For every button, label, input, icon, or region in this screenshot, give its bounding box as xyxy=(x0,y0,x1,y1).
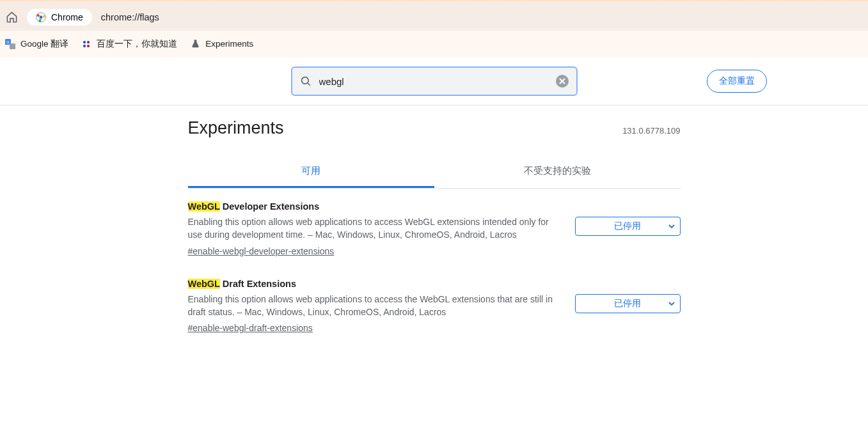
address-bar: Chrome chrome://flags xyxy=(0,3,868,31)
main: Experiments 131.0.6778.109 可用 不受支持的实验 We… xyxy=(188,105,681,334)
bookmark-experiments[interactable]: Experiments xyxy=(190,39,253,49)
svg-line-12 xyxy=(308,83,310,86)
tab-unavailable[interactable]: 不受支持的实验 xyxy=(434,156,681,188)
search-icon xyxy=(300,75,312,87)
baidu-icon xyxy=(81,39,91,49)
highlight: WebGL xyxy=(188,279,220,289)
svg-text:G: G xyxy=(6,40,10,44)
highlight: WebGL xyxy=(188,201,220,212)
flag-description: Enabling this option allows web applicat… xyxy=(188,293,556,319)
flag-description: Enabling this option allows web applicat… xyxy=(188,215,556,242)
dropdown-value: 已停用 xyxy=(614,298,641,309)
flag-dropdown[interactable]: 已停用 xyxy=(575,294,681,313)
flag-item: WebGL Developer Extensions Enabling this… xyxy=(188,189,681,257)
svg-point-7 xyxy=(83,41,86,43)
svg-point-11 xyxy=(301,77,308,84)
url-text[interactable]: chrome://flags xyxy=(101,12,159,22)
chevron-down-icon xyxy=(668,302,675,306)
chrome-label: Chrome xyxy=(51,12,83,22)
flag-title: WebGL Developer Extensions xyxy=(188,201,556,212)
flag-text: WebGL Draft Extensions Enabling this opt… xyxy=(188,279,556,334)
bookmark-label: Experiments xyxy=(205,39,253,49)
home-button[interactable] xyxy=(5,11,18,24)
bookmarks-bar: G Google 翻译 百度一下，你就知道 Experiments xyxy=(0,31,868,58)
home-icon xyxy=(6,11,18,23)
flag-title: WebGL Draft Extensions xyxy=(188,279,556,289)
bookmark-label: Google 翻译 xyxy=(20,38,68,50)
bookmark-label: 百度一下，你就知道 xyxy=(97,38,177,50)
chevron-down-icon xyxy=(668,224,675,228)
svg-point-3 xyxy=(40,15,43,19)
clear-search-button[interactable] xyxy=(556,75,569,88)
dropdown-value: 已停用 xyxy=(614,221,641,232)
chrome-icon xyxy=(36,12,46,22)
search-box[interactable] xyxy=(291,66,578,96)
page-content: 全部重置 Experiments 131.0.6778.109 可用 不受支持的… xyxy=(0,58,868,334)
close-icon xyxy=(559,78,565,84)
site-info-chip[interactable]: Chrome xyxy=(27,9,92,26)
flag-anchor-link[interactable]: #enable-webgl-draft-extensions xyxy=(188,323,313,333)
flag-text: WebGL Developer Extensions Enabling this… xyxy=(188,201,556,257)
svg-point-8 xyxy=(87,41,90,43)
tab-available[interactable]: 可用 xyxy=(188,156,434,188)
flask-icon xyxy=(190,39,200,49)
flag-anchor-link[interactable]: #enable-webgl-developer-extensions xyxy=(188,246,335,256)
flag-item: WebGL Draft Extensions Enabling this opt… xyxy=(188,257,681,334)
svg-point-9 xyxy=(83,45,86,47)
bookmark-baidu[interactable]: 百度一下，你就知道 xyxy=(81,38,177,50)
search-input[interactable] xyxy=(319,76,548,87)
svg-point-10 xyxy=(87,45,90,47)
page-title: Experiments xyxy=(188,118,284,138)
bookmark-google-translate[interactable]: G Google 翻译 xyxy=(5,38,68,50)
tabs: 可用 不受支持的实验 xyxy=(188,156,681,189)
header-row: Experiments 131.0.6778.109 xyxy=(188,118,681,138)
flag-dropdown[interactable]: 已停用 xyxy=(575,217,681,236)
reset-all-button[interactable]: 全部重置 xyxy=(707,70,767,93)
version-text: 131.0.6778.109 xyxy=(622,126,680,136)
search-row: 全部重置 xyxy=(0,58,868,105)
svg-rect-5 xyxy=(10,43,15,49)
translate-icon: G xyxy=(5,39,15,49)
